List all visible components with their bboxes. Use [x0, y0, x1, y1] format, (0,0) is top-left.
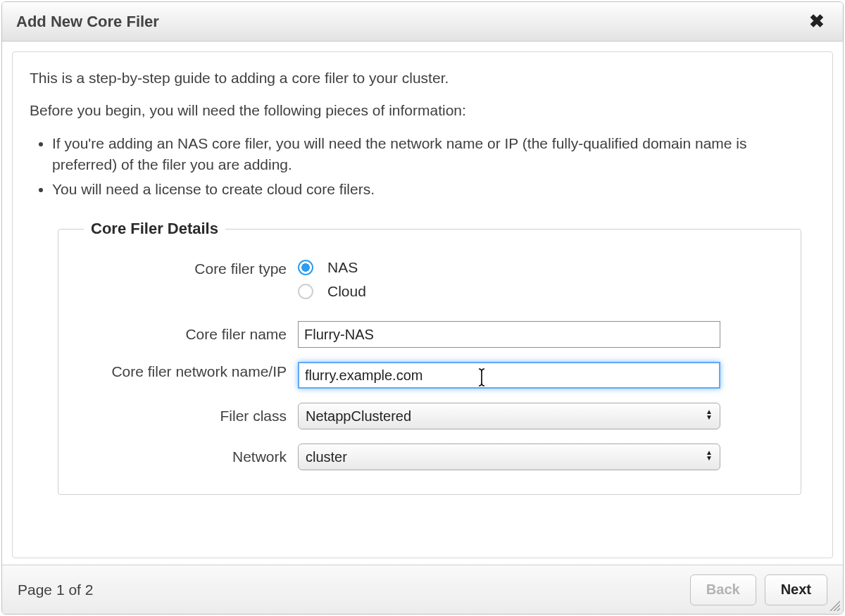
core-filer-details-fieldset: Core Filer Details Core filer type NAS C…: [58, 220, 801, 495]
radio-cloud-label: Cloud: [327, 283, 366, 300]
row-core-filer-type: Core filer type NAS Cloud: [80, 259, 780, 307]
core-filer-name-input[interactable]: [298, 321, 720, 348]
select-arrows-icon: ▲▼: [706, 450, 713, 461]
intro-bullet-1: If you're adding an NAS core filer, you …: [52, 133, 815, 176]
core-filer-network-input[interactable]: [298, 362, 720, 389]
filer-class-value: NetappClustered: [306, 408, 411, 425]
core-filer-details-legend: Core Filer Details: [84, 220, 225, 238]
dialog-body: This is a step-by-step guide to adding a…: [2, 42, 843, 565]
intro-text: This is a step-by-step guide to adding a…: [30, 68, 815, 200]
select-arrows-icon: ▲▼: [706, 409, 713, 420]
control-core-filer-name: [298, 321, 780, 348]
titlebar: Add New Core Filer ✖: [2, 2, 843, 42]
control-core-filer-network: [298, 362, 780, 389]
intro-bullets: If you're adding an NAS core filer, you …: [52, 133, 815, 200]
label-core-filer-name: Core filer name: [80, 325, 298, 344]
dialog-footer: Page 1 of 2 Back Next: [2, 565, 843, 614]
dialog-body-inner: This is a step-by-step guide to adding a…: [12, 51, 833, 558]
row-core-filer-network: Core filer network name/IP: [80, 362, 780, 389]
row-filer-class: Filer class NetappClustered ▲▼: [80, 403, 780, 429]
close-icon[interactable]: ✖: [805, 8, 829, 35]
svg-line-1: [834, 605, 840, 611]
control-core-filer-type: NAS Cloud: [298, 259, 780, 307]
network-select[interactable]: cluster ▲▼: [298, 444, 720, 470]
intro-line-2: Before you begin, you will need the foll…: [30, 100, 815, 121]
intro-bullet-2: You will need a license to create cloud …: [52, 179, 815, 200]
row-network: Network cluster ▲▼: [80, 444, 780, 470]
network-select-value: cluster: [306, 449, 347, 465]
footer-buttons: Back Next: [690, 574, 827, 605]
dialog-title: Add New Core Filer: [16, 13, 159, 31]
radio-cloud-icon[interactable]: [298, 284, 313, 299]
svg-line-2: [837, 608, 840, 611]
page-indicator: Page 1 of 2: [18, 582, 93, 598]
filer-class-select[interactable]: NetappClustered ▲▼: [298, 403, 720, 429]
dialog-window: Add New Core Filer ✖ This is a step-by-s…: [1, 1, 844, 615]
radio-option-cloud[interactable]: Cloud: [298, 283, 780, 300]
label-core-filer-network: Core filer network name/IP: [80, 362, 298, 382]
resize-grip-icon[interactable]: [827, 598, 840, 611]
radio-nas-label: NAS: [327, 259, 358, 276]
control-network: cluster ▲▼: [298, 444, 780, 470]
radio-option-nas[interactable]: NAS: [298, 259, 780, 276]
row-core-filer-name: Core filer name: [80, 321, 780, 348]
label-core-filer-type: Core filer type: [80, 259, 298, 279]
radio-nas-icon[interactable]: [298, 260, 313, 275]
control-filer-class: NetappClustered ▲▼: [298, 403, 780, 429]
intro-line-1: This is a step-by-step guide to adding a…: [30, 68, 815, 89]
next-button[interactable]: Next: [765, 574, 827, 605]
back-button[interactable]: Back: [690, 574, 756, 605]
label-filer-class: Filer class: [80, 406, 298, 426]
label-network: Network: [80, 447, 298, 467]
